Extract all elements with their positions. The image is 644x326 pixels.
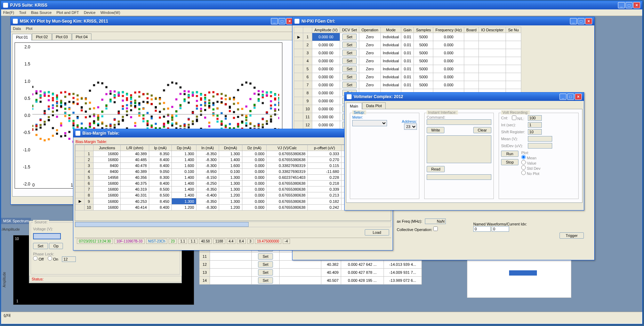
command-input[interactable] [427, 119, 491, 125]
svg-rect-293 [233, 98, 235, 101]
svg-rect-324 [110, 101, 112, 103]
svg-rect-467 [196, 116, 198, 118]
menu-plot[interactable]: Plot [26, 26, 32, 31]
svg-rect-486 [274, 110, 276, 112]
svg-rect-345 [196, 92, 198, 94]
svg-rect-166 [212, 104, 215, 106]
read-button[interactable]: Read [427, 166, 445, 172]
svg-rect-580 [159, 117, 161, 119]
set-button[interactable]: Set [342, 42, 357, 48]
svg-rect-361 [262, 95, 264, 97]
stddev-value [528, 143, 552, 149]
svg-rect-490 [40, 127, 42, 129]
set-button[interactable]: Set [342, 82, 357, 88]
menu-window[interactable]: Window(W) [100, 10, 120, 15]
clear-button[interactable]: Clear [473, 127, 491, 133]
svg-rect-278 [171, 114, 173, 117]
phase-off[interactable]: Off [33, 257, 44, 261]
h-scrollbar[interactable] [75, 222, 391, 227]
voltage-input[interactable] [33, 233, 61, 239]
op-button[interactable]: Op [49, 243, 63, 249]
maximize-button[interactable]: □ [279, 18, 285, 24]
set-button[interactable]: Set [342, 74, 357, 80]
menu-file[interactable]: File(F) [3, 10, 14, 15]
svg-rect-310 [52, 93, 54, 95]
svg-rect-344 [192, 92, 194, 94]
mean-label: Mean (V): [501, 137, 525, 141]
set-button[interactable]: Set [258, 253, 273, 260]
axfreq-label: ax Freq (MHz): [397, 219, 422, 223]
phase-on[interactable]: On [48, 257, 58, 261]
maximize-button[interactable]: □ [578, 18, 585, 24]
plot-opt-value[interactable]: Value [521, 161, 536, 165]
set-button[interactable]: Set [342, 50, 357, 56]
minimize-button[interactable]: _ [570, 18, 577, 24]
set-button[interactable]: Set [342, 34, 357, 40]
plot-opt-mean[interactable]: Mean [521, 156, 537, 160]
svg-rect-37 [184, 93, 186, 95]
run-button[interactable]: Run [501, 151, 518, 157]
plot-opt-noplot[interactable]: No Plot [521, 172, 539, 176]
svg-rect-429 [40, 124, 42, 126]
address-select[interactable]: 23 [404, 124, 417, 130]
set-button[interactable]: Set [258, 269, 273, 276]
close-button[interactable]: × [575, 94, 582, 100]
minimize-button[interactable]: _ [271, 18, 278, 24]
tab-dataplot[interactable]: Data Plot [362, 102, 386, 109]
trigger-button[interactable]: Trigger [560, 232, 584, 239]
set-button[interactable]: Set [258, 261, 273, 268]
set-button[interactable]: Set [342, 58, 357, 64]
svg-rect-34 [171, 81, 173, 84]
svg-rect-538 [237, 116, 239, 118]
svg-rect-215 [163, 126, 165, 128]
tab-plot02[interactable]: Plot 02 [32, 33, 51, 40]
svg-rect-382 [97, 106, 99, 108]
svg-rect-323 [105, 108, 107, 110]
svg-rect-461 [171, 119, 173, 121]
tab-plot03[interactable]: Plot 03 [52, 33, 72, 40]
app-icon [3, 3, 8, 8]
menu-tool[interactable]: Tool [19, 10, 26, 15]
svg-rect-210 [143, 114, 145, 117]
svg-rect-577 [146, 97, 148, 99]
named-wave-2[interactable] [492, 226, 509, 232]
collective-checkbox[interactable] [433, 226, 438, 231]
set-button[interactable]: Set [33, 243, 48, 249]
maximize-button[interactable]: □ [567, 94, 574, 100]
svg-rect-578 [151, 103, 153, 105]
svg-rect-47 [225, 115, 227, 117]
svg-rect-549 [32, 129, 33, 131]
named-wave-1[interactable] [473, 226, 491, 232]
close-button[interactable]: × [585, 18, 592, 24]
phase-val [62, 256, 76, 262]
menu-plot-dft[interactable]: Plot and DFT [56, 10, 79, 15]
minimize-button[interactable]: _ [560, 94, 566, 100]
maximize-button[interactable]: □ [626, 2, 633, 8]
svg-rect-548 [278, 109, 279, 111]
minimize-button[interactable]: _ [618, 2, 625, 8]
set-button[interactable]: Set [342, 66, 357, 72]
menu-data[interactable]: Data [13, 26, 21, 31]
fgen-icon [295, 19, 299, 24]
svg-rect-329 [130, 98, 132, 100]
load-button[interactable]: Load [365, 229, 389, 236]
menu-device[interactable]: Device [84, 10, 96, 15]
meter-select[interactable] [352, 120, 387, 126]
svg-rect-55 [258, 94, 260, 96]
set-button[interactable]: Set [258, 277, 273, 284]
write-button[interactable]: Write [427, 127, 444, 133]
svg-rect-228 [217, 115, 219, 117]
plot-opt-stddev[interactable]: Std Dev [521, 166, 540, 170]
svg-rect-314 [69, 120, 71, 122]
menu-bias-source[interactable]: Bias Source [31, 10, 51, 15]
bias-margin-table[interactable]: JunctionsL/R (ohm)Ip (mA)Dp (mA)In (mA)D… [75, 145, 391, 210]
tab-plot04[interactable]: Plot 04 [72, 33, 91, 40]
nl-checkbox[interactable] [512, 116, 516, 120]
read-output [427, 174, 491, 180]
stop-button[interactable]: Stop [501, 159, 518, 165]
svg-rect-106 [217, 118, 219, 120]
tab-plot01[interactable]: Plot 01 [12, 34, 32, 40]
close-button[interactable]: × [633, 2, 640, 8]
tab-main[interactable]: Main [346, 103, 362, 109]
svg-rect-198 [93, 122, 95, 124]
